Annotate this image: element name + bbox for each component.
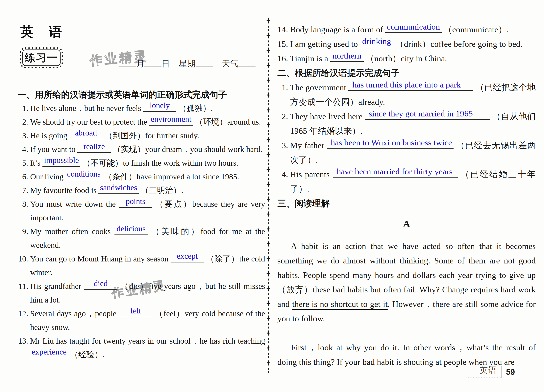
item-text-pre: Body language is a form of [290, 25, 383, 34]
item-number: 5. [18, 156, 28, 170]
exercise-item: 6. Our living conditions （条件）have improv… [18, 170, 265, 184]
page-number-badge: 59 [502, 366, 519, 378]
item-text-pre: He is going [30, 131, 67, 140]
column-divider [266, 18, 271, 360]
passage-paragraph: A habit is an action that we have acted … [277, 239, 536, 326]
item-number: 4. [277, 167, 288, 182]
exercise-item: 1. The government has turned this place … [277, 80, 536, 109]
sparkle-icon [266, 196, 270, 202]
divider-dash [268, 293, 269, 295]
answer-text: northern [331, 48, 363, 63]
answer-blank: environment [149, 115, 193, 125]
divider-dash [268, 279, 269, 280]
exercise-item: 13. Mr Liu has taught for twenty years i… [18, 334, 265, 362]
exercise-badge: 练习一 [19, 47, 64, 69]
exercise-item: 4. His parents have been married for thi… [277, 167, 536, 196]
exercise-item: 16. Tianjin is a northern （north）city in… [277, 51, 536, 66]
divider-dash [268, 204, 269, 206]
footer-subject-label: 英语 [468, 365, 501, 378]
answer-text: except [175, 249, 199, 263]
item-number: 1. [18, 101, 28, 115]
answer-text: have been married for thirty years [333, 164, 454, 179]
answer-text: realize [82, 140, 106, 153]
divider-dash [268, 189, 269, 191]
divider-dash [268, 74, 269, 76]
section3-heading: 三、阅读理解 [277, 196, 536, 210]
sparkle-icon [266, 345, 270, 351]
right-column: 14. Body language is a form of communica… [277, 22, 536, 369]
sparkle-icon [266, 137, 270, 143]
date-blank [119, 57, 136, 66]
sparkle-icon [266, 241, 270, 247]
date-label-weather: 天气 [222, 59, 238, 68]
divider-dash [268, 85, 269, 87]
exercise-item: 9. My mother often cooks delicious （美味的）… [18, 225, 265, 252]
date-label-week: 星期 [179, 59, 196, 68]
date-label-day: 日 [161, 59, 170, 68]
item-text-post: （环境）around us. [195, 117, 261, 126]
divider-dash [268, 353, 269, 355]
divider-dash [268, 44, 269, 46]
answer-blank: lonely [143, 101, 176, 112]
page-footer: 英语 59 [468, 365, 519, 378]
left-column: 一、用所给的汉语提示或英语单词的正确形式完成句子 1. He lives alo… [18, 88, 265, 362]
answer-blank: communication [385, 22, 442, 33]
divider-dash [268, 222, 269, 224]
answer-blank: have been married for thirty years [333, 167, 458, 178]
workbook-page: 英 语 练习一 作业精灵 作业精灵 月日星期天气 一、用所给的汉语提示或英语单词… [0, 0, 544, 392]
sparkle-icon [266, 62, 270, 68]
sparkle-icon [266, 92, 270, 98]
item-text-post: （孤独）. [178, 104, 213, 113]
item-text-pre: My father [290, 141, 324, 150]
sparkle-icon [266, 211, 270, 217]
divider-dash [268, 59, 269, 61]
sparkle-icon [266, 47, 270, 53]
item-number: 11. [18, 279, 28, 293]
divider-dash [268, 41, 269, 42]
item-number: 1. [277, 80, 288, 95]
answer-text: since they got married in 1965 [365, 106, 474, 121]
item-text-post: （communicate）. [443, 25, 509, 34]
answer-blank: sandwiches [98, 184, 139, 194]
divider-dash [268, 297, 269, 299]
answer-blank: abroad [69, 129, 103, 139]
answer-text: drinking [361, 34, 393, 48]
divider-dash [268, 118, 269, 120]
answer-text: abroad [73, 126, 98, 140]
answer-blank: felt [119, 307, 152, 317]
answer-blank: conditions [65, 170, 102, 180]
sparkle-icon [266, 226, 270, 232]
sparkle-icon [266, 122, 270, 128]
passage-text: A habit is an action that we have acted … [277, 241, 536, 309]
sparkle-icon [266, 166, 270, 172]
divider-dash [268, 145, 269, 147]
exercise-item: 15. I am getting used to drinking （drink… [277, 37, 536, 51]
item-text-pre: I am getting used to [290, 39, 358, 49]
answer-blank: has been to Wuxi on business twice [327, 138, 454, 148]
exercise-item: 2. We should try our best to protect the… [18, 115, 265, 129]
divider-dash [268, 29, 269, 31]
answer-text: has turned this place into a park [348, 77, 462, 92]
item-text-pre: We should try our best to protect the [30, 117, 147, 126]
item-text-pre: If you want to [30, 145, 75, 154]
sparkle-icon [266, 32, 270, 39]
passage-underlined-phrase: there is no shortcut to get it [292, 299, 388, 309]
answer-text: sandwiches [98, 181, 139, 194]
sparkle-icon [266, 360, 270, 366]
divider-dash [268, 208, 269, 209]
answer-blank: points [119, 197, 152, 208]
divider-dash [268, 341, 269, 343]
item-number: 16. [277, 51, 288, 66]
divider-dash [268, 371, 269, 373]
divider-dash [268, 356, 269, 358]
answer-blank: drinking [360, 37, 393, 47]
date-blank [196, 57, 213, 66]
answer-blank: northern [330, 51, 364, 62]
exercise-item: 14. Body language is a form of communica… [277, 22, 536, 37]
sparkle-icon [266, 151, 270, 158]
sparkle-icon [266, 285, 270, 292]
exercise-item: 8. You must write down the points （要点）be… [18, 197, 265, 225]
date-blank [144, 57, 161, 66]
divider-dash [268, 219, 269, 221]
passage-label: A [277, 216, 536, 231]
